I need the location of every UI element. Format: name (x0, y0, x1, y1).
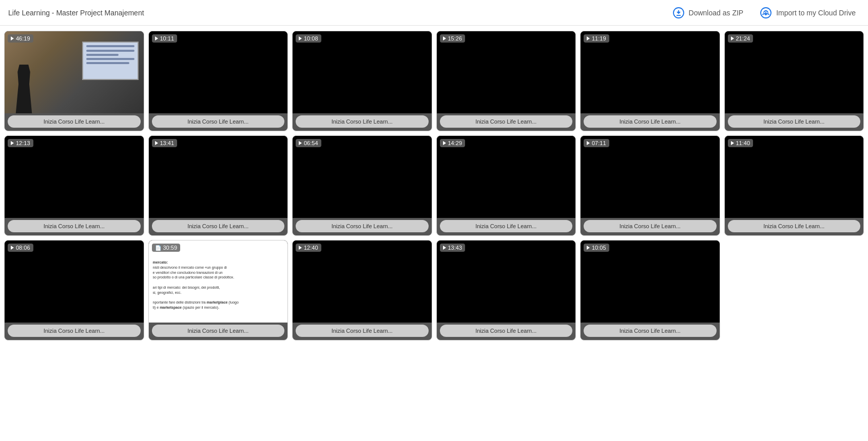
play-icon (443, 246, 446, 250)
video-grid: 46:19 Inizia Corso Life Learn... 10:11 I… (0, 26, 868, 346)
video-card[interactable]: 11:40 Inizia Corso Life Learn... (724, 135, 864, 236)
video-thumbnail: 11:40 (725, 136, 864, 218)
video-label: Inizia Corso Life Learn... (440, 220, 573, 232)
video-card[interactable]: 14:29 Inizia Corso Life Learn... (436, 135, 576, 236)
video-label: Inizia Corso Life Learn... (584, 325, 717, 337)
duration-badge: 07:11 (584, 139, 609, 147)
video-card[interactable]: 21:24 Inizia Corso Life Learn... (724, 31, 864, 131)
duration-text: 13:41 (160, 140, 175, 146)
play-icon (587, 246, 590, 250)
duration-text: 12:13 (16, 140, 30, 146)
video-label: Inizia Corso Life Learn... (8, 115, 141, 128)
video-card[interactable]: 12:13 Inizia Corso Life Learn... (4, 135, 144, 236)
play-icon (11, 36, 14, 41)
video-label: Inizia Corso Life Learn... (728, 220, 861, 232)
video-label: Inizia Corso Life Learn... (152, 115, 285, 128)
play-icon (443, 36, 446, 41)
duration-text: 10:08 (304, 35, 318, 42)
play-icon (11, 246, 14, 250)
play-icon (155, 36, 158, 41)
video-label: Inizia Corso Life Learn... (440, 115, 573, 128)
video-card[interactable]: 11:19 Inizia Corso Life Learn... (580, 31, 720, 131)
video-label: Inizia Corso Life Learn... (296, 115, 429, 128)
play-icon (731, 36, 734, 41)
duration-text: 06:54 (304, 140, 318, 146)
video-card[interactable]: 46:19 Inizia Corso Life Learn... (4, 31, 144, 131)
download-zip-button[interactable]: Download as ZIP (668, 5, 748, 21)
video-label: Inizia Corso Life Learn... (728, 115, 861, 128)
video-card[interactable]: 12:40 Inizia Corso Life Learn... (292, 240, 432, 340)
play-icon (11, 141, 14, 145)
video-label: Inizia Corso Life Learn... (296, 220, 429, 232)
video-label: Inizia Corso Life Learn... (152, 220, 285, 232)
video-thumbnail: 10:08 (293, 31, 432, 113)
header: Life Learning - Master Project Manajemen… (0, 0, 868, 26)
video-thumbnail: 12:40 (293, 240, 432, 323)
video-label: Inizia Corso Life Learn... (8, 325, 141, 337)
duration-text: 15:26 (448, 35, 462, 42)
video-label: Inizia Corso Life Learn... (584, 220, 717, 232)
video-thumbnail: 10:05 (581, 240, 720, 323)
video-thumbnail: 13:41 (149, 136, 288, 218)
duration-text: 46:19 (16, 35, 30, 42)
video-thumbnail: 06:54 (293, 136, 432, 218)
video-card[interactable]: 13:43 Inizia Corso Life Learn... (436, 240, 576, 340)
duration-badge: 10:08 (296, 34, 321, 43)
play-icon (299, 141, 302, 145)
duration-badge: 06:54 (296, 139, 321, 147)
duration-badge: 📄 30:59 (152, 244, 181, 252)
duration-badge: 12:40 (296, 244, 321, 252)
screen-display (82, 42, 139, 80)
download-zip-icon (672, 7, 685, 19)
duration-badge: 15:26 (440, 34, 466, 43)
video-card[interactable]: 07:11 Inizia Corso Life Learn... (580, 135, 720, 236)
duration-badge: 08:06 (8, 244, 33, 252)
video-card[interactable]: 06:54 Inizia Corso Life Learn... (292, 135, 432, 236)
duration-text: 07:11 (592, 140, 606, 146)
video-thumbnail: 📄 30:59 mercato: nisti descrivono il mer… (149, 240, 288, 323)
video-card[interactable]: 10:08 Inizia Corso Life Learn... (292, 31, 432, 131)
video-thumbnail: 46:19 (5, 31, 144, 113)
duration-badge: 11:40 (728, 139, 754, 147)
video-thumbnail: 13:43 (437, 240, 576, 323)
video-label: Inizia Corso Life Learn... (152, 325, 285, 337)
play-icon (587, 141, 590, 145)
duration-text: 12:40 (304, 245, 318, 251)
duration-badge: 13:41 (152, 139, 178, 147)
video-card[interactable]: 📄 30:59 mercato: nisti descrivono il mer… (148, 240, 288, 340)
video-thumbnail: 12:13 (5, 136, 144, 218)
play-icon (731, 141, 734, 145)
video-thumbnail: 07:11 (581, 136, 720, 218)
presenter-figure (15, 65, 33, 113)
duration-text: 11:19 (592, 35, 606, 42)
duration-text: 08:06 (16, 245, 30, 251)
import-cloud-button[interactable]: Import to my Cloud Drive (756, 5, 860, 21)
play-icon (155, 141, 158, 145)
duration-badge: 13:43 (440, 244, 466, 252)
duration-badge: 12:13 (8, 139, 33, 147)
video-thumbnail: 08:06 (5, 240, 144, 323)
video-card[interactable]: 15:26 Inizia Corso Life Learn... (436, 31, 576, 131)
play-icon (299, 246, 302, 250)
duration-text: 11:40 (736, 140, 750, 146)
page-title: Life Learning - Master Project Manajemen… (8, 9, 144, 17)
duration-badge: 21:24 (728, 34, 754, 43)
video-label: Inizia Corso Life Learn... (584, 115, 717, 128)
video-card[interactable]: 08:06 Inizia Corso Life Learn... (4, 240, 144, 340)
video-label: Inizia Corso Life Learn... (296, 325, 429, 337)
play-icon (299, 36, 302, 41)
duration-badge: 14:29 (440, 139, 466, 147)
duration-badge: 10:11 (152, 34, 178, 43)
import-cloud-icon (760, 7, 772, 19)
video-thumbnail: 14:29 (437, 136, 576, 218)
duration-badge: 10:05 (584, 244, 609, 252)
play-icon (587, 36, 590, 41)
duration-text: 13:43 (448, 245, 462, 251)
video-card[interactable]: 10:05 Inizia Corso Life Learn... (580, 240, 720, 340)
duration-text: 10:05 (592, 245, 606, 251)
video-thumbnail: 11:19 (581, 31, 720, 113)
video-card[interactable]: 13:41 Inizia Corso Life Learn... (148, 135, 288, 236)
video-card[interactable]: 10:11 Inizia Corso Life Learn... (148, 31, 288, 131)
import-cloud-label: Import to my Cloud Drive (776, 9, 856, 17)
document-preview: mercato: nisti descrivono il mercato com… (153, 260, 284, 310)
